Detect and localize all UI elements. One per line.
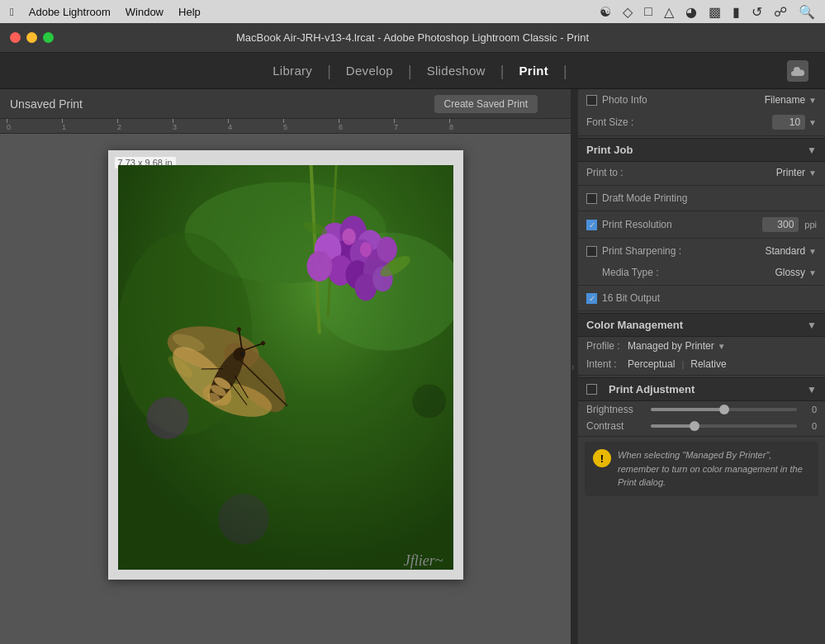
print-resolution-input[interactable] [762,217,799,232]
cloud-icon[interactable]: ◕ [685,4,697,20]
ruler-mark-3: 3 [173,123,228,131]
navbar: Library | Develop | Slideshow | Print | [0,53,825,89]
svg-point-44 [146,397,188,439]
ruler-mark-8: 8 [449,123,505,131]
intent-label: Intent : [586,358,628,370]
photo-container [118,165,453,570]
creative-cloud-icon[interactable]: ☯ [600,4,611,20]
color-management-title: Color Management [586,319,683,331]
battery-icon[interactable]: ▮ [733,4,740,20]
canvas-scroll[interactable]: 7.73 x 9.68 in [0,134,571,644]
print-adjustment-arrow: ▼ [807,384,817,395]
contrast-row: Contrast 0 [578,418,825,434]
print-resolution-row: ✓ Print Resolution ppi [578,213,825,236]
close-button[interactable] [10,32,21,43]
profile-label: Profile : [586,340,628,352]
print-job-arrow: ▼ [807,144,817,156]
intent-relative[interactable]: Relative [690,358,726,370]
dropbox-icon[interactable]: ◇ [623,4,633,20]
brightness-value: 0 [804,405,817,414]
create-saved-button[interactable]: Create Saved Print [434,95,538,113]
draft-mode-checkbox[interactable] [586,193,597,204]
window-menu[interactable]: Window [126,6,164,18]
cloud-sync-button[interactable] [787,60,808,82]
nav-slideshow[interactable]: Slideshow [412,53,500,89]
divider-4 [578,238,825,239]
intent-separator: | [681,359,684,369]
print-sharpening-checkbox[interactable] [586,246,597,257]
divider-8 [578,436,825,437]
draft-mode-label: Draft Mode Printing [602,192,817,204]
bit-output-row: ✓ 16 Bit Output [578,287,825,309]
media-type-label: Media Type : [602,267,775,278]
bit-output-checkbox[interactable]: ✓ [586,293,597,304]
profile-dropdown-arrow: ▼ [718,342,726,351]
warning-status-icon[interactable]: △ [664,4,674,20]
wifi-icon[interactable]: ☍ [774,4,787,20]
extensions-icon[interactable]: □ [644,4,652,19]
brightness-row: Brightness 0 [578,401,825,418]
photo-info-checkbox[interactable] [586,95,597,106]
print-job-section-header[interactable]: Print Job ▼ [578,138,825,162]
media-type-dropdown-arrow: ▼ [808,268,817,277]
photo-info-row: Photo Info Filename ▼ [578,89,825,111]
ruler-mark-5: 5 [283,123,339,131]
menubar-system-icons: ☯ ◇ □ △ ◕ ▩ ▮ ↺ ☍ 🔍 [600,4,815,20]
contrast-fill [651,424,695,428]
ruler: 0 1 2 3 4 5 6 7 8 [0,119,571,134]
print-to-label: Print to : [586,167,776,178]
font-size-row: Font Size : ▼ [578,111,825,134]
nav-sep-4: | [563,64,567,78]
maximize-button[interactable] [43,32,54,43]
ruler-mark-2: 2 [117,123,173,131]
nav-library[interactable]: Library [258,53,327,89]
minimize-button[interactable] [26,32,37,43]
window-title: MacBook Air-JRH-v13-4.lrcat - Adobe Phot… [236,31,589,44]
draft-mode-row: Draft Mode Printing [578,187,825,209]
contrast-thumb[interactable] [690,421,699,431]
display-icon[interactable]: ▩ [709,4,721,20]
divider-5 [578,285,825,286]
time-machine-icon[interactable]: ↺ [752,4,762,20]
media-type-value: Glossy ▼ [775,267,817,278]
ruler-mark-1: 1 [62,123,117,131]
print-resolution-value: ppi [762,217,817,232]
contrast-track[interactable] [651,424,797,428]
font-size-input[interactable] [772,115,805,130]
profile-value: Managed by Printer ▼ [628,340,726,352]
ppi-label: ppi [804,220,817,230]
print-to-row: Print to : Printer ▼ [578,162,825,183]
brightness-track[interactable] [651,408,797,411]
print-adjustment-section-header[interactable]: Print Adjustment ▼ [578,377,825,401]
resize-handle[interactable]: ··· [571,89,577,644]
print-to-dropdown-arrow: ▼ [808,168,817,178]
ruler-mark-7: 7 [394,123,449,131]
app-name-menu[interactable]: Adobe Lightroom [29,6,111,18]
intent-perceptual[interactable]: Perceptual [628,358,675,370]
apple-menu[interactable]:  [10,6,14,18]
color-management-arrow: ▼ [807,320,817,331]
print-sharpening-row: Print Sharpening : Standard ▼ [578,240,825,262]
brightness-fill [651,408,724,411]
main-area: Unsaved Print Create Saved Print 0 1 2 3… [0,89,825,644]
divider-3 [578,211,825,211]
titlebar: MacBook Air-JRH-v13-4.lrcat - Adobe Phot… [0,23,825,53]
print-adjustment-checkbox[interactable] [586,384,597,395]
print-job-title: Print Job [586,144,633,156]
contrast-label: Contrast [586,420,644,432]
search-icon[interactable]: 🔍 [799,4,815,20]
color-management-section-header[interactable]: Color Management ▼ [578,313,825,337]
profile-text: Managed by Printer [628,340,714,352]
nav-print[interactable]: Print [504,53,563,89]
print-to-value: Printer ▼ [776,167,817,178]
brightness-label: Brightness [586,404,644,415]
ruler-mark-6: 6 [339,123,394,131]
svg-point-17 [306,251,332,282]
nav-develop[interactable]: Develop [331,53,408,89]
font-size-value-container: ▼ [772,115,817,130]
help-menu[interactable]: Help [178,6,201,18]
svg-point-46 [218,494,268,544]
intent-value: Perceptual | Relative [628,358,727,370]
brightness-thumb[interactable] [719,405,729,414]
print-resolution-checkbox[interactable]: ✓ [586,220,597,230]
